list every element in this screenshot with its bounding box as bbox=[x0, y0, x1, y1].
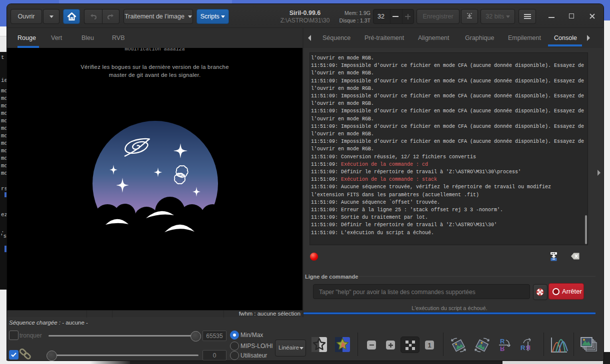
svg-text:R: R bbox=[520, 344, 526, 352]
svg-text:R: R bbox=[500, 345, 505, 353]
svg-text:R: R bbox=[500, 338, 505, 345]
